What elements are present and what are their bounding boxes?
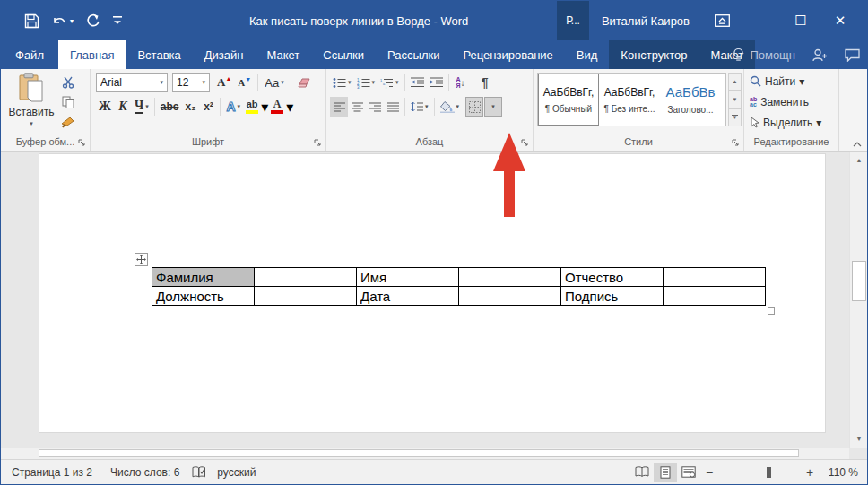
table-cell[interactable] — [255, 268, 357, 287]
table-cell[interactable]: Подпись — [561, 287, 664, 306]
save-button[interactable] — [24, 13, 39, 29]
share-button[interactable] — [808, 40, 831, 69]
collapse-ribbon-button[interactable] — [853, 142, 862, 147]
grow-font-button[interactable]: А▲ — [214, 73, 234, 92]
paste-button[interactable]: Вставить ▾ — [8, 73, 55, 134]
zoom-slider-thumb[interactable] — [767, 467, 771, 478]
styles-scroll-down[interactable]: ▼ — [728, 91, 742, 108]
bold-button[interactable]: Ж — [96, 97, 114, 117]
font-color-button[interactable]: А — [268, 97, 286, 117]
print-layout-button[interactable] — [654, 463, 677, 482]
font-color-caret[interactable]: ▾ — [286, 99, 293, 116]
styles-dialog-launcher[interactable] — [732, 139, 741, 148]
qat-customize-button[interactable] — [113, 15, 122, 26]
word-count[interactable]: Число слов: 6 — [110, 466, 179, 479]
highlight-caret[interactable]: ▾ — [261, 99, 268, 116]
table-cell[interactable] — [664, 287, 766, 306]
horizontal-scrollbar[interactable] — [1, 448, 849, 459]
change-case-button[interactable]: Aa▾ — [262, 73, 286, 92]
line-spacing-button[interactable]: ▾ — [408, 97, 431, 117]
clear-formatting-button[interactable] — [295, 73, 314, 92]
table-cell[interactable] — [664, 268, 766, 287]
close-button[interactable]: ✕ — [820, 1, 860, 40]
document-table[interactable]: Фамилия Имя Отчество Должность Дата Подп… — [152, 267, 766, 306]
redo-button[interactable] — [86, 13, 100, 28]
clipboard-dialog-launcher[interactable] — [78, 139, 87, 148]
show-marks-button[interactable]: ¶ — [476, 73, 494, 92]
style-no-spacing[interactable]: АаБбВвГг, ¶ Без инте... — [599, 74, 660, 126]
underline-button[interactable]: Ч▾ — [132, 97, 152, 117]
vertical-scroll-thumb[interactable] — [852, 261, 866, 301]
increase-indent-button[interactable] — [427, 73, 446, 92]
table-cell[interactable] — [459, 287, 561, 306]
text-effects-button[interactable]: А▾ — [223, 97, 243, 117]
language-indicator[interactable]: русский — [217, 466, 256, 479]
comments-button[interactable] — [840, 40, 864, 69]
zoom-slider[interactable] — [720, 466, 799, 479]
justify-button[interactable] — [384, 97, 402, 117]
align-right-button[interactable] — [366, 97, 384, 117]
proofing-status-button[interactable] — [192, 466, 206, 479]
tab-home[interactable]: Главная — [58, 40, 126, 69]
shrink-font-button[interactable]: А▼ — [235, 73, 254, 92]
ribbon-display-options-button[interactable] — [702, 1, 742, 40]
zoom-level[interactable]: 110 % — [819, 466, 858, 479]
undo-dropdown-caret[interactable]: ▾ — [70, 17, 74, 25]
format-painter-button[interactable] — [58, 114, 77, 130]
highlight-button[interactable]: ab — [243, 97, 261, 117]
strikethrough-button[interactable]: abc — [158, 97, 182, 117]
scroll-down-arrow[interactable]: ▼ — [852, 432, 866, 446]
table-cell[interactable] — [459, 268, 561, 287]
font-dialog-launcher[interactable] — [314, 139, 323, 148]
horizontal-scroll-thumb[interactable] — [39, 449, 799, 457]
tab-view[interactable]: Вид — [565, 40, 610, 69]
table-cell[interactable]: Отчество — [561, 268, 664, 287]
tab-table-design[interactable]: Конструктор — [609, 40, 699, 69]
cut-button[interactable] — [58, 74, 77, 91]
style-heading1[interactable]: АаБбВв Заголово... — [660, 74, 721, 126]
shading-button[interactable]: ▾ — [438, 97, 463, 117]
table-move-handle[interactable] — [135, 253, 148, 266]
decrease-indent-button[interactable] — [408, 73, 427, 92]
tab-review[interactable]: Рецензирование — [451, 40, 564, 69]
maximize-button[interactable]: ☐ — [781, 1, 820, 40]
tab-references[interactable]: Ссылки — [311, 40, 376, 69]
tell-me-button[interactable]: Помощн — [729, 48, 799, 62]
tab-mailings[interactable]: Рассылки — [376, 40, 451, 69]
replace-button[interactable]: ab ac Заменить — [750, 92, 837, 111]
copy-button[interactable] — [58, 94, 77, 110]
table-cell[interactable]: Фамилия — [152, 268, 255, 287]
style-normal[interactable]: АаБбВвГг, ¶ Обычный — [538, 74, 599, 126]
tab-file[interactable]: Файл — [1, 40, 58, 69]
subscript-button[interactable]: х₂ — [181, 97, 199, 117]
document-page[interactable]: Фамилия Имя Отчество Должность Дата Подп… — [39, 153, 826, 433]
bullets-button[interactable]: ▾ — [330, 73, 354, 92]
account-user-name[interactable]: Виталий Каиров — [589, 14, 702, 28]
styles-scroll-up[interactable]: ▲ — [728, 73, 742, 91]
zoom-in-button[interactable]: + — [801, 465, 819, 480]
web-layout-button[interactable] — [677, 463, 700, 482]
select-button[interactable]: Выделить ▾ — [750, 113, 837, 132]
font-size-combo[interactable]: 12 ▾ — [172, 73, 210, 92]
zoom-out-button[interactable]: − — [700, 465, 718, 480]
undo-button[interactable]: ▾ — [52, 14, 74, 28]
borders-dropdown[interactable]: ▾ — [484, 97, 502, 117]
styles-more-button[interactable]: ▼ — [728, 108, 742, 126]
superscript-button[interactable]: х² — [199, 97, 217, 117]
find-button[interactable]: Найти ▾ — [750, 72, 837, 91]
font-name-combo[interactable]: Arial ▾ — [96, 73, 168, 92]
read-mode-button[interactable] — [630, 463, 654, 482]
minimize-button[interactable]: ─ — [742, 1, 781, 40]
table-cell[interactable] — [255, 287, 357, 306]
tab-design[interactable]: Дизайн — [193, 40, 256, 69]
presence-badge[interactable]: Р... — [557, 1, 589, 40]
borders-button[interactable] — [465, 97, 483, 117]
table-cell[interactable]: Дата — [357, 287, 459, 306]
sort-button[interactable]: АЯ ↓ — [452, 73, 470, 92]
align-center-button[interactable] — [348, 97, 366, 117]
table-cell[interactable]: Должность — [152, 287, 255, 306]
scroll-up-arrow[interactable]: ▲ — [852, 153, 866, 168]
page-indicator[interactable]: Страница 1 из 2 — [12, 466, 92, 479]
table-resize-handle[interactable] — [768, 307, 775, 315]
tab-layout[interactable]: Макет — [255, 40, 311, 69]
